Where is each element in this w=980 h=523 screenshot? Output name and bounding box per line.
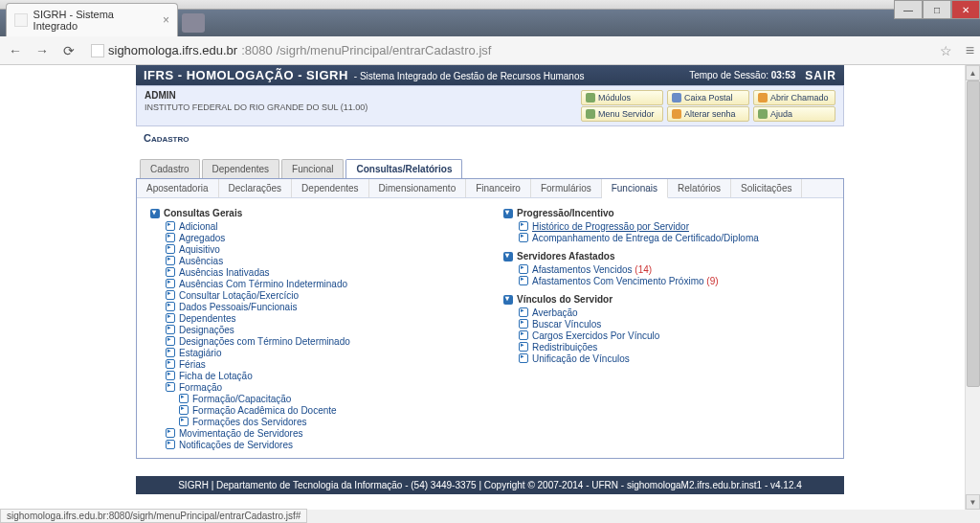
stab-financeiro[interactable]: Financeiro	[466, 179, 531, 197]
nav-bar: ← → ⟳ sighomologa.ifrs.edu.br:8080/sigrh…	[0, 36, 980, 65]
stab-declaracoes[interactable]: Declarações	[219, 179, 293, 197]
session-label: Tempo de Sessão:	[689, 70, 768, 80]
tab-dependentes[interactable]: Dependentes	[202, 159, 280, 178]
link-item[interactable]: Aquisitivo	[179, 244, 220, 255]
favicon-icon	[14, 13, 28, 27]
link-item[interactable]: Buscar Vínculos	[532, 319, 601, 330]
item-icon	[166, 267, 175, 277]
link-item[interactable]: Ausências	[179, 256, 223, 266]
item-icon	[166, 256, 175, 265]
window-close[interactable]: ✕	[951, 0, 980, 19]
help-icon	[758, 109, 768, 119]
section-progressao: Progressão/Incentivo	[503, 208, 830, 218]
scroll-up-icon[interactable]: ▲	[966, 65, 980, 80]
link-item[interactable]: Ficha de Lotação	[179, 371, 253, 381]
link-item[interactable]: Dados Pessoais/Funcionais	[179, 302, 297, 312]
user-org: INSTITUTO FEDERAL DO RIO GRANDE DO SUL (…	[145, 102, 368, 112]
stab-dimensionamento[interactable]: Dimensionamento	[369, 179, 467, 197]
logout-button[interactable]: SAIR	[805, 69, 836, 82]
link-item[interactable]: Cargos Exercidos Por Vínculo	[532, 330, 659, 341]
ql-menu-servidor[interactable]: Menu Servidor	[581, 106, 663, 122]
item-icon	[166, 325, 175, 334]
breadcrumb-label: Cadastro	[144, 132, 189, 144]
link-item[interactable]: Adicional	[179, 221, 218, 232]
item-icon	[519, 307, 528, 317]
stab-dependentes[interactable]: Dependentes	[292, 179, 369, 197]
url-bar[interactable]: sighomologa.ifrs.edu.br:8080/sigrh/menuP…	[86, 40, 932, 60]
link-item[interactable]: Designações com Término Determinado	[179, 336, 350, 347]
link-afastamentos-proximo[interactable]: Afastamentos Com Vencimento Próximo (9)	[532, 276, 719, 286]
window-minimize[interactable]: —	[894, 0, 923, 19]
link-item[interactable]: Formação Acadêmica do Docente	[192, 405, 337, 416]
url-host: sighomologa.ifrs.edu.br	[108, 43, 237, 57]
app-title: IFRS - HOMOLOGAÇÃO - SIGRH	[144, 68, 348, 82]
link-item[interactable]: Formação/Capacitação	[192, 394, 291, 404]
scroll-down-icon[interactable]: ▼	[966, 494, 980, 510]
browser-tab[interactable]: SIGRH - Sistema Integrado ×	[6, 3, 178, 36]
ql-alterar-senha[interactable]: Alterar senha	[667, 106, 749, 122]
link-item[interactable]: Estagiário	[179, 348, 221, 358]
expand-icon	[503, 209, 513, 218]
app-subtitle: - Sistema Integrado de Gestão de Recurso…	[354, 71, 585, 81]
item-icon	[519, 233, 528, 242]
mail-icon	[672, 93, 681, 102]
close-icon[interactable]: ×	[163, 13, 169, 27]
link-movimentacao[interactable]: Movimentação de Servidores	[179, 428, 303, 439]
menu-icon[interactable]: ≡	[966, 42, 974, 59]
back-icon[interactable]: ←	[6, 41, 25, 60]
item-icon	[166, 302, 175, 311]
page-icon	[91, 44, 104, 57]
item-icon	[166, 371, 175, 380]
window-maximize[interactable]: □	[923, 0, 951, 19]
reload-icon[interactable]: ⟳	[59, 41, 78, 60]
item-icon	[519, 319, 528, 329]
link-item[interactable]: Designações	[179, 325, 234, 335]
count-badge: (14)	[635, 264, 652, 275]
stab-relatorios[interactable]: Relatórios	[668, 179, 731, 197]
tab-cadastro[interactable]: Cadastro	[140, 159, 200, 178]
item-icon	[166, 279, 175, 288]
ql-ajuda[interactable]: Ajuda	[753, 106, 835, 122]
stab-aposentadoria[interactable]: Aposentadoria	[137, 179, 219, 197]
stab-formularios[interactable]: Formulários	[531, 179, 602, 197]
link-afastamentos-vencidos[interactable]: Afastamentos Vencidos (14)	[532, 264, 652, 275]
stab-funcionais[interactable]: Funcionais	[602, 179, 668, 198]
bookmark-icon[interactable]: ☆	[940, 43, 952, 58]
link-item[interactable]: Histórico de Progressão por Servidor	[532, 221, 689, 232]
link-item[interactable]: Unificação de Vínculos	[532, 353, 630, 364]
link-item[interactable]: Acompanhamento de Entrega de Certificado…	[532, 233, 759, 243]
new-tab-button[interactable]	[182, 13, 205, 33]
link-item[interactable]: Ausências Inativadas	[179, 267, 270, 278]
link-item[interactable]: Averbação	[532, 307, 578, 318]
link-item[interactable]: Formações dos Servidores	[192, 417, 307, 427]
tab-consultas-relatorios[interactable]: Consultas/Relatórios	[345, 159, 462, 178]
item-icon	[179, 405, 189, 415]
link-item[interactable]: Dependentes	[179, 313, 236, 324]
item-icon	[519, 264, 528, 274]
item-icon	[519, 342, 528, 352]
item-icon	[166, 313, 175, 323]
item-icon	[166, 440, 175, 449]
link-item[interactable]: Consultar Lotação/Exercício	[179, 290, 299, 301]
tab-funcional[interactable]: Funcional	[281, 159, 344, 178]
ticket-icon	[758, 93, 768, 102]
breadcrumb: Cadastro	[136, 126, 844, 149]
link-item[interactable]: Férias	[179, 359, 206, 370]
stab-solicitacoes[interactable]: Solicitações	[731, 179, 802, 197]
link-item[interactable]: Agregados	[179, 233, 225, 243]
scrollbar[interactable]: ▲ ▼	[965, 65, 980, 510]
link-item[interactable]: Ausências Com Término Indeterminado	[179, 279, 347, 289]
ql-modulos[interactable]: Módulos	[581, 90, 663, 105]
item-icon	[166, 348, 175, 357]
link-notificacoes[interactable]: Notificações de Servidores	[179, 440, 293, 450]
item-icon	[166, 336, 175, 346]
item-icon	[166, 359, 175, 369]
link-formacao[interactable]: Formação	[179, 382, 222, 393]
link-item[interactable]: Redistribuições	[532, 342, 597, 352]
scroll-thumb[interactable]	[967, 80, 980, 387]
count-badge: (9)	[706, 276, 718, 286]
ql-caixa-postal[interactable]: Caixa Postal	[667, 90, 749, 105]
ql-abrir-chamado[interactable]: Abrir Chamado	[753, 90, 835, 105]
section-consultas-gerais: Consultas Gerais	[150, 208, 477, 218]
forward-icon[interactable]: →	[33, 41, 52, 60]
